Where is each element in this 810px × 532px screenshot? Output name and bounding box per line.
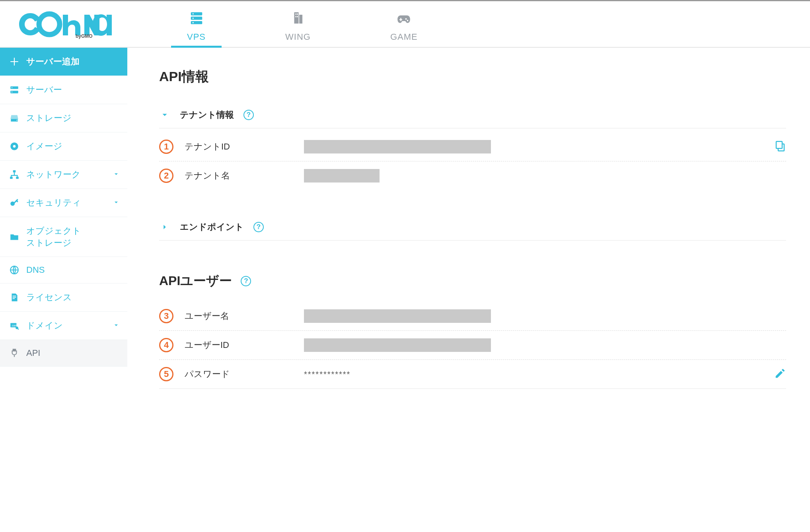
domain-icon: .com [9,320,20,331]
svg-point-7 [192,22,193,23]
main: API情報 テナント情報 ? 1 テナントID 2 テナント名 [127,48,810,525]
svg-rect-22 [10,177,13,179]
sidebar-storage[interactable]: ストレージ [0,104,127,132]
section-title: エンドポイント [180,221,244,233]
svg-point-0 [39,14,60,35]
sidebar-server[interactable]: サーバー [0,76,127,104]
tenant-rows: 1 テナントID 2 テナント名 [159,132,786,190]
help-icon[interactable]: ? [241,276,251,286]
step-number: 4 [159,338,173,352]
svg-point-20 [13,145,16,148]
chevron-down-icon [113,320,119,331]
row-label: ユーザーID [185,339,304,351]
step-number: 2 [159,169,173,183]
page-title: API情報 [159,68,786,86]
header: byGMO VPS WING GAME [0,0,810,48]
sidebar-network[interactable]: ネットワーク [0,161,127,189]
tab-vps[interactable]: VPS [171,1,222,47]
sidebar-item-label: ネットワーク [26,169,81,181]
sidebar-domain[interactable]: .com ドメイン [0,312,127,340]
svg-rect-33 [776,142,782,149]
sidebar-api[interactable]: API [0,340,127,367]
step-number: 1 [159,140,173,154]
sidebar-dns[interactable]: DNS [0,257,127,283]
sidebar-object-storage[interactable]: オブジェクト ストレージ [0,217,127,257]
tab-wing[interactable]: WING [269,1,327,47]
step-number: 5 [159,367,173,381]
key-icon [9,198,20,208]
gamepad-icon [396,10,411,27]
chevron-down-icon [113,198,119,208]
section-title: テナント情報 [180,109,234,121]
hdd-icon [9,113,20,123]
row-username: 3 ユーザー名 [159,302,786,331]
sidebar-add-server[interactable]: サーバー追加 [0,48,127,76]
svg-point-16 [12,87,12,88]
row-label: ユーザー名 [185,310,304,322]
row-tenant-id: 1 テナントID [159,132,786,161]
row-label: テナント名 [185,170,304,182]
row-userid: 4 ユーザーID [159,331,786,360]
chevron-down-icon [159,109,170,120]
help-icon[interactable]: ? [243,110,254,120]
sidebar-item-label: オブジェクト ストレージ [26,225,81,249]
sidebar-item-label: ライセンス [26,291,72,303]
sidebar-license[interactable]: ライセンス [0,283,127,312]
tab-game[interactable]: GAME [374,1,434,47]
copy-icon[interactable] [774,140,786,153]
svg-point-6 [192,17,193,19]
svg-point-18 [16,120,17,120]
row-tenant-name: 2 テナント名 [159,161,786,190]
svg-text:byGMO: byGMO [76,33,93,39]
section-tenant-header[interactable]: テナント情報 ? [159,102,786,128]
step-number: 3 [159,309,173,323]
password-value: ************ [304,370,350,379]
svg-rect-10 [296,13,296,14]
tab-vps-label: VPS [187,32,206,42]
svg-rect-26 [13,296,16,297]
row-label: パスワード [185,368,304,380]
network-icon [9,169,20,180]
row-password: 5 パスワード ************ [159,360,786,389]
server-icon [9,85,20,95]
building-icon [290,10,306,27]
sidebar-item-label: サーバー追加 [26,56,80,68]
svg-rect-9 [299,15,302,23]
sidebar-image[interactable]: イメージ [0,132,127,161]
redacted-value [304,169,380,183]
chevron-down-icon [113,169,119,180]
svg-rect-12 [296,16,296,17]
row-label: テナントID [185,141,304,153]
redacted-value [304,140,491,153]
sidebar: サーバー追加 サーバー ストレージ イメージ ネットワーク [0,48,127,525]
svg-point-17 [12,91,12,92]
folder-icon [9,232,20,242]
svg-rect-21 [13,170,16,172]
sidebar-item-label: DNS [26,265,45,275]
sidebar-item-label: API [26,348,40,358]
help-icon[interactable]: ? [253,222,264,232]
chevron-right-icon [159,221,170,233]
sidebar-item-label: ドメイン [26,320,63,332]
redacted-value [304,338,491,352]
server-stack-icon [189,10,204,27]
svg-point-5 [192,13,193,14]
logo[interactable]: byGMO [0,1,135,47]
svg-rect-23 [16,177,19,179]
sidebar-security[interactable]: セキュリティ [0,189,127,217]
section-endpoint-header[interactable]: エンドポイント ? [159,214,786,241]
edit-icon[interactable] [774,367,786,381]
sidebar-item-label: セキュリティ [26,197,81,209]
sidebar-item-label: イメージ [26,140,62,152]
redacted-value [304,309,491,323]
tab-game-label: GAME [390,32,418,42]
svg-rect-27 [13,297,16,298]
api-user-title: APIユーザー ? [159,272,786,290]
svg-point-24 [10,202,15,206]
svg-rect-13 [297,16,298,17]
svg-rect-11 [297,13,298,14]
tab-wing-label: WING [285,32,311,42]
svg-rect-28 [13,299,15,299]
globe-icon [9,265,20,275]
layout: サーバー追加 サーバー ストレージ イメージ ネットワーク [0,48,810,525]
